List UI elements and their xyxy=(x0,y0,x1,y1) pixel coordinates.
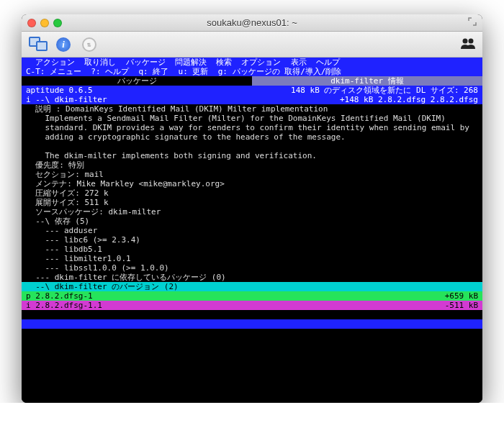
window-title: soukaku@nexus01: ~ xyxy=(22,17,482,28)
blank-row xyxy=(22,347,482,357)
aptitude-menubar[interactable]: アクション 取り消し パッケージ 問題解決 検索 オプション 表示 ヘルプ xyxy=(22,58,482,67)
toolbar: i ⇅ xyxy=(22,32,482,58)
info-icon[interactable]: i xyxy=(53,35,73,55)
reverse-depends-line[interactable]: --- dkim-filter に依存しているパッケージ (0) xyxy=(22,273,482,282)
depends-item[interactable]: --- libmilter1.0.1 xyxy=(22,254,482,263)
users-icon[interactable] xyxy=(459,37,477,52)
bottom-status-bar xyxy=(22,319,482,329)
depends-item[interactable]: --- libssl1.0.0 (>= 1.0.0) xyxy=(22,263,482,273)
disk-dl-size: 148 kB のディスク領域を新たに DL サイズ: 268 xyxy=(291,86,478,95)
compressed-size-line: 圧縮サイズ: 272 k xyxy=(22,188,482,198)
tab-dkim-filter-info[interactable]: dkim-filter 情報 xyxy=(252,76,482,86)
versions-header[interactable]: --\ dkim-filter のバージョン (2) xyxy=(22,282,482,291)
depends-item[interactable]: --- adduser xyxy=(22,226,482,235)
aptitude-helpbar: C-T: メニュー ?: ヘルプ q: 終了 u: 更新 g: パッケージの 取… xyxy=(22,67,482,76)
aptitude-tabs: パッケージ dkim-filter 情報 xyxy=(22,76,482,86)
aptitude-version: aptitude 0.6.5 xyxy=(26,86,93,95)
blank-row xyxy=(22,310,482,319)
version-size: -511 kB xyxy=(445,301,478,310)
desc-line: Implements a Sendmail Mail Filter (Milte… xyxy=(22,114,482,123)
version-size: +659 kB xyxy=(445,291,478,301)
maintainer-line: メンテナ: Mike Markley <mike@markley.org> xyxy=(22,179,482,188)
selected-package-name: i --\ dkim-filter xyxy=(26,95,107,104)
svg-point-1 xyxy=(469,39,474,44)
terminal-window: soukaku@nexus01: ~ i ⇅ アクション 取り消し パッケージ … xyxy=(22,14,482,403)
blank-row xyxy=(22,357,482,366)
tab-packages[interactable]: パッケージ xyxy=(22,76,252,86)
desc-line: adding a cryptographic signature to the … xyxy=(22,132,482,142)
version-row-available[interactable]: p 2.8.2.dfsg-1 +659 kB xyxy=(22,291,482,301)
selected-package-size: +148 kB 2.8.2.dfsg 2.8.2.dfsg xyxy=(340,95,478,104)
blank-row xyxy=(22,329,482,338)
depends-header[interactable]: --\ 依存 (5) xyxy=(22,217,482,226)
selected-package-row[interactable]: i --\ dkim-filter +148 kB 2.8.2.dfsg 2.8… xyxy=(22,95,482,104)
priority-line: 優先度: 特別 xyxy=(22,160,482,170)
titlebar[interactable]: soukaku@nexus01: ~ xyxy=(22,14,482,32)
uncompressed-size-line: 展開サイズ: 511 k xyxy=(22,198,482,207)
depends-item[interactable]: --- libdb5.1 xyxy=(22,245,482,254)
desc-line: standard. DKIM provides a way for sender… xyxy=(22,123,482,132)
desc-line: The dkim-milter implements both signing … xyxy=(22,151,482,160)
blank-row xyxy=(22,338,482,347)
version-label: i 2.8.2.dfsg-1.1 xyxy=(26,301,102,310)
depends-item[interactable]: --- libc6 (>= 2.3.4) xyxy=(22,235,482,245)
version-label: p 2.8.2.dfsg-1 xyxy=(26,291,93,301)
remote-screens-icon[interactable] xyxy=(27,35,48,55)
terminal-content[interactable]: アクション 取り消し パッケージ 問題解決 検索 オプション 表示 ヘルプ C-… xyxy=(22,58,482,403)
version-row-installed[interactable]: i 2.8.2.dfsg-1.1 -511 kB xyxy=(22,301,482,310)
section-line: セクション: mail xyxy=(22,170,482,179)
source-package-line: ソースパッケージ: dkim-milter xyxy=(22,207,482,217)
desc-line: 説明 : DomainKeys Identified Mail (DKIM) M… xyxy=(22,104,482,114)
svg-point-0 xyxy=(463,39,468,44)
desc-line xyxy=(22,142,482,151)
aptitude-status: aptitude 0.6.5 148 kB のディスク領域を新たに DL サイズ… xyxy=(22,86,482,95)
refresh-icon[interactable]: ⇅ xyxy=(79,35,99,55)
